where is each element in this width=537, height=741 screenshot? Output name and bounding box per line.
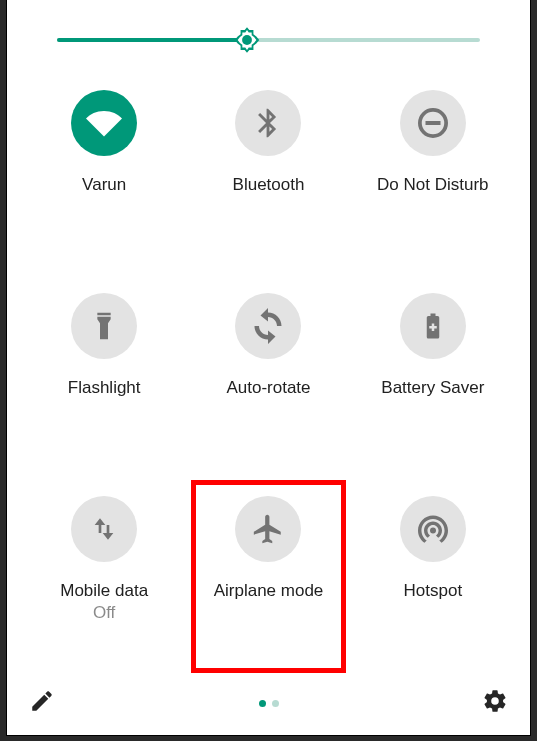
wifi-icon bbox=[71, 90, 137, 156]
tile-label: Hotspot bbox=[404, 580, 463, 602]
tile-label: Mobile data bbox=[60, 580, 148, 602]
tile-dnd[interactable]: Do Not Disturb bbox=[356, 72, 510, 265]
tile-label: Flashlight bbox=[68, 377, 141, 399]
tile-sublabel: Off bbox=[93, 602, 115, 624]
tile-label: Battery Saver bbox=[381, 377, 484, 399]
brightness-fill bbox=[57, 38, 247, 42]
brightness-slider[interactable] bbox=[57, 38, 480, 42]
tile-label: Do Not Disturb bbox=[377, 174, 488, 196]
edit-button[interactable] bbox=[29, 688, 55, 718]
settings-button[interactable] bbox=[482, 688, 508, 718]
autorotate-icon bbox=[235, 293, 301, 359]
tile-label: Bluetooth bbox=[233, 174, 305, 196]
tile-bluetooth[interactable]: Bluetooth bbox=[191, 72, 345, 265]
pencil-icon bbox=[29, 688, 55, 714]
tile-autorotate[interactable]: Auto-rotate bbox=[191, 275, 345, 468]
tutorial-highlight-box bbox=[191, 480, 345, 673]
dnd-icon bbox=[400, 90, 466, 156]
page-indicator[interactable] bbox=[259, 700, 279, 707]
bluetooth-icon bbox=[235, 90, 301, 156]
quick-settings-panel: Varun Bluetooth Do Not Disturb Flashligh… bbox=[6, 0, 531, 736]
battery-icon bbox=[400, 293, 466, 359]
brightness-thumb[interactable] bbox=[232, 25, 262, 55]
page-dot-inactive bbox=[272, 700, 279, 707]
tiles-grid: Varun Bluetooth Do Not Disturb Flashligh… bbox=[7, 42, 530, 681]
mobile-data-icon bbox=[71, 496, 137, 562]
tile-battery-saver[interactable]: Battery Saver bbox=[356, 275, 510, 468]
gear-icon bbox=[482, 688, 508, 714]
flashlight-icon bbox=[71, 293, 137, 359]
tile-hotspot[interactable]: Hotspot bbox=[356, 478, 510, 671]
tile-mobile-data[interactable]: Mobile data Off bbox=[27, 478, 181, 671]
tile-label: Varun bbox=[82, 174, 126, 196]
page-dot-active bbox=[259, 700, 266, 707]
brightness-icon bbox=[233, 26, 261, 54]
tile-flashlight[interactable]: Flashlight bbox=[27, 275, 181, 468]
footer-bar bbox=[7, 681, 530, 735]
tile-wifi[interactable]: Varun bbox=[27, 72, 181, 265]
brightness-slider-row bbox=[7, 0, 530, 42]
tile-airplane-mode[interactable]: Airplane mode bbox=[191, 478, 345, 671]
svg-point-0 bbox=[242, 35, 252, 45]
tile-label: Auto-rotate bbox=[226, 377, 310, 399]
hotspot-icon bbox=[400, 496, 466, 562]
